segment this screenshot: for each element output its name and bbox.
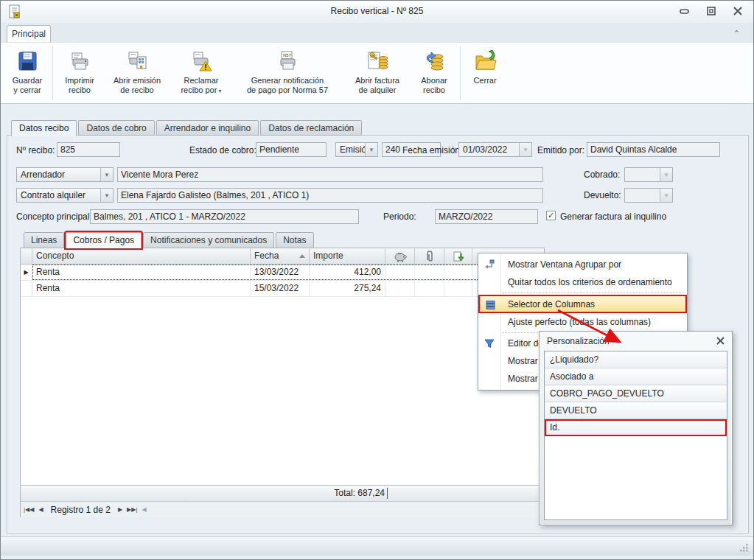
devuelto-combo-value bbox=[625, 189, 660, 202]
tab-notificaciones-y-comunicados[interactable]: Notificaciones y comunicados bbox=[143, 232, 274, 248]
ribbon: Guardary cerrarImprimirreciboAbrir emisi… bbox=[1, 42, 753, 104]
chevron-down-icon[interactable]: ▼ bbox=[100, 189, 113, 202]
menu-item-ajuste-perfecto-todas-las-colu[interactable]: Ajuste perfecto (todas las columnas) bbox=[478, 313, 687, 331]
row-selector[interactable]: ▶ bbox=[21, 265, 32, 280]
restore-button[interactable] bbox=[705, 5, 718, 17]
estado-cobro-field[interactable]: Pendiente bbox=[256, 142, 327, 157]
next-record-button[interactable]: ▶ bbox=[118, 506, 122, 513]
ribbon-button-label: de recibo bbox=[120, 85, 153, 95]
tab-arrendador-e-inquilino[interactable]: Arrendador e inquilino bbox=[156, 120, 259, 136]
num-recibo-field[interactable]: 825 bbox=[57, 142, 120, 157]
text-cursor bbox=[387, 488, 388, 499]
table-row[interactable]: Renta15/03/2022275,24 bbox=[21, 281, 544, 297]
chevron-down-icon[interactable]: ▼ bbox=[100, 168, 113, 181]
ribbon-group-separator bbox=[52, 46, 53, 99]
chevron-down-icon[interactable]: ▼ bbox=[660, 189, 672, 202]
ribbon-button-abrir-emision-de-recibo[interactable]: Abrir emisiónde recibo bbox=[103, 45, 171, 101]
cell-importe: 275,24 bbox=[310, 281, 385, 296]
ribbon-button-label: recibo por ▾ bbox=[181, 85, 221, 96]
row-selector[interactable] bbox=[21, 281, 32, 296]
ribbon-button-label: Abrir emisión bbox=[114, 76, 161, 85]
menu-item-mostrar-ventana-agrupar-por[interactable]: Mostrar Ventana Agrupar por bbox=[478, 256, 687, 273]
arrendador-combo[interactable]: Arrendador ▼ bbox=[16, 167, 114, 182]
export-arrow-icon bbox=[451, 251, 466, 262]
chevron-down-icon[interactable]: ▼ bbox=[519, 143, 531, 156]
ribbon-tab-principal[interactable]: Principal bbox=[7, 25, 51, 43]
printer-icon bbox=[68, 49, 91, 73]
emitido-por-field[interactable]: David Quintas Alcalde bbox=[587, 142, 720, 157]
invoice-key-icon bbox=[366, 49, 389, 73]
arrendador-field[interactable]: Vicente Mora Perez bbox=[117, 167, 543, 182]
printer-warning-icon bbox=[189, 49, 213, 73]
chevron-down-icon[interactable]: ▼ bbox=[660, 168, 672, 181]
tab-cobros-pagos[interactable]: Cobros / Pagos bbox=[66, 232, 142, 248]
devuelto-combo[interactable]: ▼ bbox=[624, 188, 673, 203]
close-icon bbox=[732, 6, 744, 16]
concepto-principal-field[interactable]: Balmes, 201 , ATICO 1 - MARZO/2022 bbox=[90, 209, 359, 224]
minimize-icon bbox=[679, 6, 691, 16]
grid-header-fecha[interactable]: Fecha bbox=[251, 248, 310, 264]
cell-concepto: Renta bbox=[32, 265, 251, 280]
ribbon-button-generar-notificacion-norma57[interactable]: N57Generar notificaciónde pago por Norma… bbox=[231, 45, 343, 101]
grid-header-piggy-bank-icon[interactable] bbox=[385, 248, 415, 264]
close-button[interactable] bbox=[731, 5, 744, 17]
menu-item-quitar-todos-los-criterios-de-[interactable]: Quitar todos los criterios de ordenamien… bbox=[478, 273, 687, 291]
last-record-button[interactable]: ▶▶| bbox=[127, 506, 137, 513]
ribbon-button-cerrar[interactable]: Cerrar bbox=[464, 45, 506, 101]
ribbon-button-label: recibo bbox=[69, 85, 91, 95]
num-recibo-label: Nº recibo: bbox=[16, 145, 55, 155]
contrato-alquiler-field[interactable]: Elena Fajardo Galisteo (Balmes, 201 , AT… bbox=[117, 188, 543, 203]
grid-header-concepto[interactable]: Concepto bbox=[32, 248, 251, 264]
generar-factura-label: Generar factura al inquilino bbox=[560, 211, 666, 222]
tab-lineas[interactable]: Lineas bbox=[24, 232, 64, 248]
ribbon-button-imprimir-recibo[interactable]: Imprimirrecibo bbox=[56, 45, 103, 101]
minimize-button[interactable] bbox=[678, 5, 691, 17]
paperclip-icon bbox=[422, 251, 437, 262]
column-item-cobro-pago-devuelto[interactable]: COBRO_PAGO_DEVUELTO bbox=[545, 385, 727, 402]
prev-record-button[interactable]: ◀ bbox=[38, 506, 43, 513]
contrato-alquiler-combo[interactable]: Contrato alquiler ▼ bbox=[16, 188, 114, 203]
cell-concepto: Renta bbox=[32, 281, 251, 296]
column-item-asociado-a[interactable]: Asociado a bbox=[545, 368, 727, 385]
ribbon-button-abrir-factura-de-alquiler[interactable]: Abrir facturade alquiler bbox=[343, 45, 411, 101]
cell-icon bbox=[385, 265, 415, 280]
tab-datos-de-reclamaci-n[interactable]: Datos de reclamación bbox=[260, 120, 362, 136]
resize-grip[interactable] bbox=[739, 542, 749, 553]
generar-factura-checkbox[interactable]: ✓ bbox=[546, 211, 556, 220]
fecha-emision-field[interactable]: 01/03/2022 ▼ bbox=[458, 142, 532, 157]
ribbon-button-reclamar-recibo-por[interactable]: Reclamarrecibo por ▾ bbox=[171, 45, 231, 101]
table-row[interactable]: ▶Renta13/03/2022412,00 bbox=[21, 265, 544, 281]
ribbon-button-label: y cerrar bbox=[13, 85, 41, 95]
menu-separator bbox=[503, 293, 684, 293]
cell-icon bbox=[444, 281, 472, 296]
first-record-button[interactable]: |◀◀ bbox=[24, 506, 34, 513]
emision-combo[interactable]: Emisión ▼ bbox=[335, 142, 378, 157]
tab-datos-de-cobro[interactable]: Datos de cobro bbox=[78, 120, 154, 136]
svg-text:N57: N57 bbox=[283, 53, 292, 57]
cell-icon bbox=[415, 265, 444, 280]
collapse-ribbon-icon[interactable]: ⌃ bbox=[733, 29, 740, 38]
printer-document-icon bbox=[125, 49, 149, 73]
cobrado-combo[interactable]: ▼ bbox=[624, 167, 673, 182]
column-item-id-[interactable]: Id. bbox=[545, 419, 727, 436]
menu-item-selector-de-columnas[interactable]: Selector de Columnas bbox=[478, 295, 687, 313]
estado-cobro-label: Estado de cobro: bbox=[189, 145, 256, 155]
column-item--liquidado-[interactable]: ¿Liquidado? bbox=[545, 351, 727, 368]
column-item-devuelto[interactable]: DEVUELTO bbox=[545, 402, 727, 419]
grid-total: Total: 687,24 bbox=[310, 486, 385, 501]
tab-datos-recibo[interactable]: Datos recibo bbox=[11, 120, 77, 136]
grid-header-export-arrow-icon[interactable] bbox=[444, 248, 472, 264]
periodo-field[interactable]: MARZO/2022 bbox=[435, 209, 538, 224]
status-strip bbox=[1, 536, 753, 556]
restore-icon bbox=[705, 6, 717, 16]
ribbon-button-label: Abonar bbox=[421, 76, 447, 85]
ribbon-button-abonar-recibo[interactable]: Abonarrecibo bbox=[411, 45, 457, 101]
chevron-down-icon[interactable]: ▼ bbox=[365, 143, 377, 156]
tab-notas[interactable]: Notas bbox=[276, 232, 313, 248]
grid-header-importe[interactable]: Importe bbox=[310, 248, 385, 264]
ribbon-button-guardar-y-cerrar[interactable]: Guardary cerrar bbox=[5, 45, 49, 101]
grid-header-paperclip-icon[interactable] bbox=[415, 248, 444, 264]
ribbon-button-label: de alquiler bbox=[359, 85, 397, 95]
close-icon[interactable] bbox=[716, 336, 725, 346]
periodo-label: Periodo: bbox=[383, 211, 416, 222]
